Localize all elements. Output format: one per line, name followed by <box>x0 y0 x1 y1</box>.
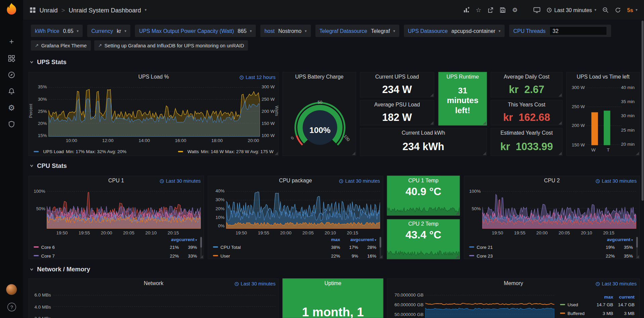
settings-gear-icon[interactable]: ⚙ <box>512 6 517 13</box>
panel-resize-handle[interactable] <box>456 255 459 258</box>
create-icon[interactable]: + <box>7 37 16 47</box>
time-range-picker[interactable]: Last 30 minutes ▾ <box>546 7 596 13</box>
legend-col-avg[interactable]: avg <box>597 237 615 242</box>
bar-watts[interactable] <box>591 112 598 145</box>
panel-title[interactable]: CPU 2 Temp <box>387 220 459 229</box>
configuration-gear-icon[interactable]: ⚙ <box>7 103 16 112</box>
dashboard-link[interactable]: ↗ Setting up Grafana and InfluxDB for UP… <box>94 40 248 51</box>
scrollbar-thumb[interactable] <box>642 20 644 200</box>
panel-resize-handle[interactable] <box>200 255 203 258</box>
user-avatar[interactable] <box>6 284 17 295</box>
panel-time-override[interactable]: Last 12 hours <box>239 75 275 80</box>
series-name[interactable]: Core 7 <box>41 253 160 258</box>
save-icon[interactable] <box>500 7 506 13</box>
panel-time-override[interactable]: Last 30 minutes <box>160 178 201 184</box>
variable-value[interactable]: Telegraf <box>371 28 390 34</box>
server-admin-shield-icon[interactable] <box>7 119 16 129</box>
memory-chart[interactable] <box>425 291 554 318</box>
panel-title[interactable]: Average Daily Cost <box>491 73 562 82</box>
dashboards-icon[interactable] <box>7 53 16 63</box>
caret-down-icon[interactable]: ▾ <box>145 8 147 12</box>
cycle-view-icon[interactable] <box>533 7 540 13</box>
legend-col-avg[interactable]: avg <box>161 237 179 242</box>
section-cpu-stats[interactable]: CPU Stats <box>30 162 67 169</box>
panel-resize-handle[interactable] <box>430 93 433 97</box>
series-name[interactable]: Core 6 <box>41 244 160 249</box>
series-name[interactable]: User <box>220 253 322 258</box>
variable-dropdown[interactable]: Currency kr ▾ <box>87 25 131 37</box>
variable-value[interactable]: kr <box>117 28 121 34</box>
panel-title[interactable]: UPS Load vs Time left <box>567 73 640 82</box>
legend-col-current[interactable]: current▾ <box>615 237 633 242</box>
refresh-icon[interactable] <box>615 7 621 13</box>
section-ups-stats[interactable]: UPS Stats <box>30 58 66 65</box>
network-chart[interactable] <box>53 291 275 318</box>
add-panel-button[interactable] <box>463 7 470 13</box>
panel-title[interactable]: Estimated Yearly Cost <box>491 128 562 137</box>
cpu2-chart[interactable] <box>482 188 636 229</box>
alerting-bell-icon[interactable] <box>7 86 16 96</box>
cpu-package-chart[interactable] <box>226 188 380 229</box>
variable-dropdown[interactable]: host Nostromo ▾ <box>260 25 311 37</box>
variable-dropdown[interactable]: UPS Datasource apcupsd-container ▾ <box>404 25 504 37</box>
panel-resize-handle[interactable] <box>558 121 562 125</box>
variable-value[interactable]: apcupsd-container <box>451 28 495 34</box>
panel-resize-handle[interactable] <box>379 255 382 258</box>
panel-title[interactable]: Average PSU Load <box>360 100 434 109</box>
series-name[interactable]: Core 23 <box>477 253 597 258</box>
panel-title[interactable]: CPU 1 Temp <box>387 176 459 185</box>
explore-icon[interactable] <box>7 70 16 80</box>
legend-scrollbar[interactable] <box>379 237 381 257</box>
help-icon[interactable]: ? <box>7 303 16 311</box>
cpu1-chart[interactable] <box>47 188 201 229</box>
grafana-logo[interactable] <box>4 2 19 18</box>
panel-time-override[interactable]: Last 30 minutes <box>596 178 637 184</box>
series-name[interactable]: Watts <box>187 149 199 154</box>
series-name[interactable]: Buffered <box>567 311 592 316</box>
panel-resize-handle[interactable] <box>636 152 639 155</box>
legend-scrollbar[interactable] <box>200 237 202 257</box>
panel-time-override[interactable]: Last 30 minutes <box>234 281 275 287</box>
dashboard-title[interactable]: Unraid System Dashboard <box>68 6 141 13</box>
variable-dropdown[interactable]: Telegraf Datasource Telegraf ▾ <box>315 25 399 37</box>
series-name[interactable]: Core 21 <box>477 244 597 249</box>
legend-col-max[interactable]: max <box>322 237 340 242</box>
variable-value[interactable]: 0.65 <box>63 28 74 34</box>
star-icon[interactable]: ☆ <box>476 6 481 13</box>
apps-grid-icon[interactable] <box>30 7 36 13</box>
legend-col-max[interactable]: max <box>592 294 613 300</box>
panel-time-override[interactable]: Last 30 minutes <box>339 178 380 184</box>
page-scrollbar[interactable] <box>642 20 644 317</box>
panel-title[interactable]: UPS Battery Charge <box>283 73 356 82</box>
series-name[interactable]: CPU Total <box>220 244 322 249</box>
section-network-memory[interactable]: Network / Memory <box>30 266 90 273</box>
cpu-threads-input[interactable] <box>549 26 607 35</box>
panel-time-override[interactable]: Last 30 minutes <box>596 281 637 287</box>
panel-title[interactable]: Current UPS Load <box>360 73 434 82</box>
panel-resize-handle[interactable] <box>483 152 486 155</box>
bar-chart[interactable] <box>587 85 622 145</box>
panel-resize-handle[interactable] <box>558 93 562 97</box>
legend-scrollbar[interactable] <box>636 237 638 257</box>
legend-col-current[interactable]: current <box>613 294 635 300</box>
variable-dropdown[interactable]: UPS Max Output Power Capacity (Watt) 865… <box>135 25 256 37</box>
breadcrumb-org[interactable]: Unraid <box>40 6 58 13</box>
panel-title[interactable]: Uptime <box>283 279 383 288</box>
bar-time-left[interactable] <box>604 110 610 145</box>
panel-resize-handle[interactable] <box>275 152 278 155</box>
variable-dropdown[interactable]: kWh Price 0.65 ▾ <box>31 25 83 37</box>
refresh-interval-picker[interactable]: 5s ▾ <box>627 7 638 13</box>
series-name[interactable]: Used <box>567 302 592 307</box>
panel-resize-handle[interactable] <box>456 212 459 215</box>
series-name[interactable]: UPS Load <box>43 149 64 154</box>
ups-load-chart[interactable] <box>49 84 260 137</box>
variable-value[interactable]: 865 <box>238 28 247 34</box>
panel-resize-handle[interactable] <box>430 121 433 125</box>
zoom-out-icon[interactable] <box>602 7 608 13</box>
panel-resize-handle[interactable] <box>483 121 486 125</box>
panel-title[interactable]: UPS Runtime <box>439 73 487 82</box>
panel-resize-handle[interactable] <box>352 152 355 155</box>
legend-col-current[interactable]: current▾ <box>179 237 197 242</box>
legend-col-current[interactable]: current▾ <box>358 237 376 242</box>
panel-resize-handle[interactable] <box>558 152 562 155</box>
